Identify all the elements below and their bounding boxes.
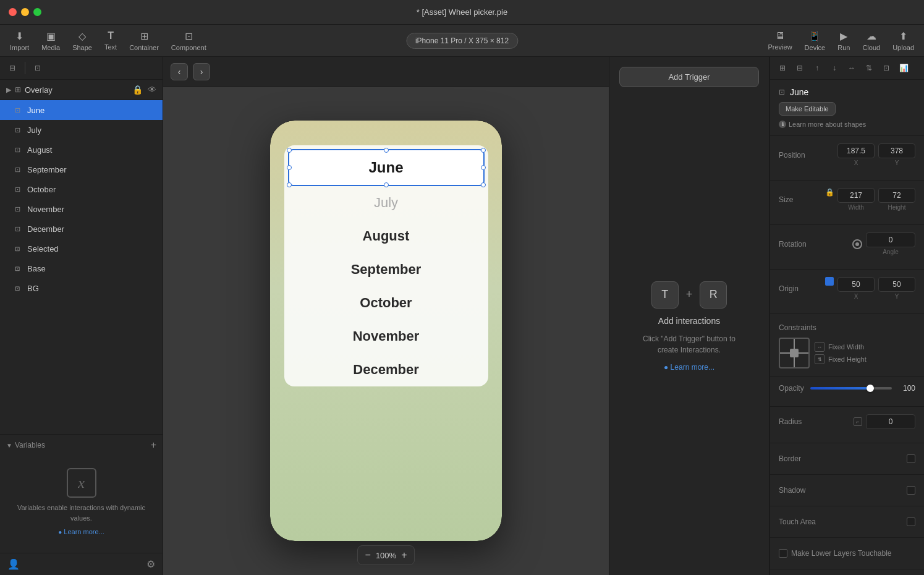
- cloud-tool[interactable]: ☁ Cloud: [862, 30, 880, 51]
- layer-item-september[interactable]: ⊡ September: [0, 160, 163, 179]
- selected-item-june[interactable]: June: [288, 149, 485, 186]
- size-width-input[interactable]: [837, 188, 875, 203]
- upload-tool[interactable]: ⬆ Upload: [892, 30, 914, 51]
- handle-mid-left[interactable]: [287, 165, 292, 170]
- opacity-slider[interactable]: [810, 387, 892, 390]
- zoom-in-btn[interactable]: +: [401, 550, 407, 561]
- opacity-thumb[interactable]: [867, 385, 874, 392]
- text-tool[interactable]: T Text: [104, 30, 117, 51]
- canvas-back-btn[interactable]: ‹: [171, 63, 188, 80]
- layer-view-toggle[interactable]: ⊡: [30, 61, 45, 75]
- fullscreen-button[interactable]: [33, 8, 41, 16]
- distribute-h-btn[interactable]: ↔: [844, 61, 859, 75]
- properties-panel: ⊞ ⊟ ↑ ↓ ↔ ⇅ ⊡ 📊 ⊡ June Make Editable ℹ L…: [769, 57, 924, 575]
- media-tool[interactable]: ▣ Media: [41, 30, 60, 51]
- user-icon[interactable]: 👤: [7, 558, 20, 570]
- picker-month-september[interactable]: September: [284, 253, 488, 286]
- touch-area-label: Touch Area: [779, 518, 816, 526]
- preview-tool[interactable]: 🖥 Preview: [768, 30, 792, 51]
- sidebar-toggle-btn[interactable]: ⊟: [5, 61, 20, 75]
- lower-layers-checkbox[interactable]: [779, 549, 787, 558]
- month-label-november: November: [353, 328, 420, 344]
- layer-item-june[interactable]: ⊡ June: [0, 100, 163, 120]
- lock-size-icon[interactable]: 🔒: [825, 188, 834, 197]
- layer-item-august[interactable]: ⊡ August: [0, 140, 163, 160]
- picker-month-november[interactable]: November: [284, 320, 488, 353]
- preview-label: Preview: [768, 43, 792, 51]
- handle-top-right[interactable]: [481, 148, 486, 153]
- size-height-input[interactable]: [878, 188, 915, 203]
- position-y-group: Y: [878, 143, 915, 166]
- canvas-forward-btn[interactable]: ›: [193, 63, 210, 80]
- layer-item-november[interactable]: ⊡ November: [0, 199, 163, 219]
- align-left-btn[interactable]: ⊞: [775, 61, 790, 75]
- variables-add-btn[interactable]: +: [151, 440, 156, 451]
- origin-y-input[interactable]: [878, 277, 915, 292]
- layer-item-july[interactable]: ⊡ July: [0, 120, 163, 140]
- canvas-viewport[interactable]: June July August September: [163, 87, 609, 575]
- align-top-btn[interactable]: ↑: [810, 61, 824, 75]
- border-toggle[interactable]: [907, 454, 915, 463]
- position-x-label: X: [854, 160, 858, 166]
- overlay-lock-icon[interactable]: 🔒: [132, 85, 143, 95]
- container-tool[interactable]: ⊞ Container: [129, 30, 159, 51]
- plus-icon: +: [686, 288, 693, 301]
- rotation-label: Rotation: [779, 240, 807, 249]
- shadow-toggle[interactable]: [907, 486, 915, 495]
- component-arrange-btn[interactable]: ⊡: [879, 61, 894, 75]
- picker-month-august[interactable]: August: [284, 219, 488, 253]
- layer-item-base[interactable]: ⊡ Base: [0, 258, 163, 278]
- align-bottom-btn[interactable]: ↓: [827, 61, 842, 75]
- shape-tool[interactable]: ◇ Shape: [72, 30, 92, 51]
- import-tool[interactable]: ⬇ Import: [10, 30, 29, 51]
- phone-frame: June July August September: [270, 121, 502, 541]
- origin-x-label: X: [854, 293, 858, 300]
- handle-bottom-right[interactable]: [481, 182, 486, 187]
- overlay-eye-icon[interactable]: 👁: [148, 85, 156, 95]
- rotation-input[interactable]: [866, 232, 915, 247]
- variables-learn-more-link[interactable]: ● Learn more...: [58, 528, 104, 535]
- origin-x-input[interactable]: [837, 277, 875, 292]
- layer-item-selected[interactable]: ⊡ Selected: [0, 239, 163, 258]
- distribute-v-btn[interactable]: ⇅: [862, 61, 876, 75]
- device-tool[interactable]: 📱 Device: [805, 30, 826, 51]
- picker-month-october[interactable]: October: [284, 286, 488, 320]
- layer-label-december: December: [27, 224, 64, 234]
- overlay-expand-icon[interactable]: ▶: [6, 86, 11, 94]
- component-tool[interactable]: ⊡ Component: [171, 30, 206, 51]
- touch-area-toggle[interactable]: [907, 518, 915, 526]
- titlebar: * [Asset] Wheel picker.pie: [0, 0, 924, 25]
- layer-item-december[interactable]: ⊡ December: [0, 219, 163, 239]
- layer-item-october[interactable]: ⊡ October: [0, 179, 163, 199]
- minimize-button[interactable]: [21, 8, 29, 16]
- make-editable-button[interactable]: Make Editable: [779, 102, 836, 116]
- handle-bottom-center[interactable]: [384, 182, 389, 187]
- fixed-height-icon: ⇅: [815, 354, 824, 364]
- radius-input[interactable]: [866, 414, 915, 429]
- close-button[interactable]: [9, 8, 17, 16]
- device-selector[interactable]: iPhone 11 Pro / X 375 × 812: [406, 33, 518, 49]
- layer-item-bg[interactable]: ⊡ BG: [0, 278, 163, 298]
- picker-month-december[interactable]: December: [284, 353, 488, 386]
- picker-month-july[interactable]: July: [284, 186, 488, 219]
- radius-row: Radius ⌐: [779, 414, 915, 429]
- add-trigger-button[interactable]: Add Trigger: [619, 67, 759, 87]
- handle-mid-right[interactable]: [481, 165, 486, 170]
- handle-top-center[interactable]: [384, 148, 389, 153]
- run-tool[interactable]: ▶ Run: [837, 30, 850, 51]
- canvas-area: ‹ ›: [163, 57, 609, 575]
- zoom-out-btn[interactable]: −: [365, 550, 371, 561]
- position-x-input[interactable]: [837, 143, 875, 158]
- layer-label-june: June: [27, 106, 45, 115]
- variables-collapse-btn[interactable]: ▼ Variables: [6, 441, 45, 449]
- handle-bottom-left[interactable]: [287, 182, 292, 187]
- layer-label-base: Base: [27, 264, 46, 273]
- interactions-learn-more-link[interactable]: Learn more...: [664, 363, 714, 372]
- window-controls[interactable]: [9, 8, 41, 16]
- position-y-input[interactable]: [878, 143, 915, 158]
- chart-btn[interactable]: 📊: [896, 61, 911, 75]
- align-center-btn[interactable]: ⊟: [792, 61, 807, 75]
- handle-top-left[interactable]: [287, 148, 292, 153]
- border-row: Border: [779, 451, 915, 467]
- settings-icon[interactable]: ⚙: [146, 558, 155, 570]
